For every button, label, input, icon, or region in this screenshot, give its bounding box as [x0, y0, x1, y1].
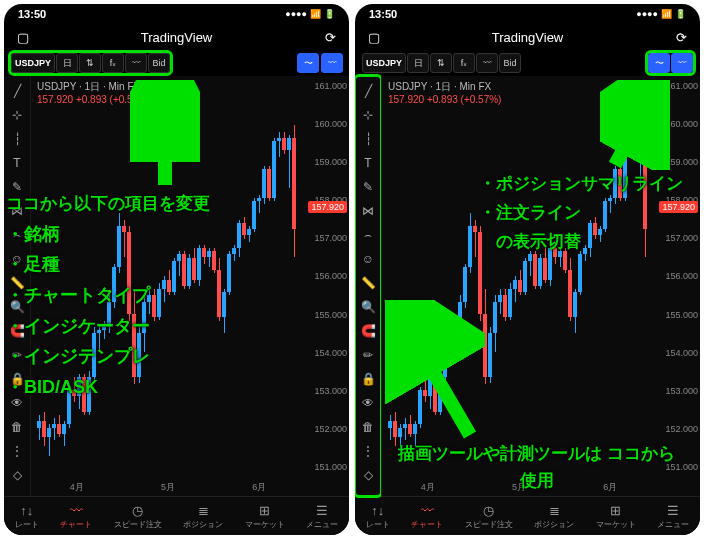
indicator-fx-button[interactable]: fₓ [102, 53, 124, 73]
y-tick: 153.000 [314, 387, 347, 396]
status-bar: 13:50 ●●●● 📶 🔋 [4, 4, 349, 24]
draw-tool-1[interactable]: ⊹ [359, 106, 377, 124]
draw-tool-3[interactable]: T [359, 154, 377, 172]
draw-tool-6[interactable]: ⌢ [8, 226, 26, 244]
tab-icon: ↑↓ [371, 504, 384, 517]
draw-tool-7[interactable]: ☺ [8, 250, 26, 268]
tab-icon: ◷ [483, 504, 494, 517]
y-tick: 153.000 [665, 387, 698, 396]
tab-スピード注文[interactable]: ◷スピード注文 [114, 504, 162, 530]
tab-メニュー[interactable]: ☰メニュー [306, 504, 338, 530]
y-tick: 157.000 [665, 234, 698, 243]
tab-レート[interactable]: ↑↓レート [15, 504, 39, 530]
y-tick: 155.000 [665, 311, 698, 320]
draw-tool-8[interactable]: 📏 [359, 274, 377, 292]
indicator-template-button[interactable]: 〰 [125, 53, 147, 73]
draw-tool-16[interactable]: ◇ [359, 466, 377, 484]
draw-tool-14[interactable]: 🗑 [359, 418, 377, 436]
tab-icon: ◷ [132, 504, 143, 517]
position-line-toggle[interactable]: 〜 [648, 53, 670, 73]
order-line-toggle[interactable]: 〰 [671, 53, 693, 73]
tab-icon: 〰 [421, 504, 434, 517]
draw-tool-12[interactable]: 🔒 [8, 370, 26, 388]
tab-チャート[interactable]: 〰チャート [60, 504, 92, 530]
draw-tool-16[interactable]: ◇ [8, 466, 26, 484]
y-axis: 161.000160.000159.000158.000157.000156.0… [305, 78, 347, 476]
y-tick: 155.000 [314, 311, 347, 320]
tab-メニュー[interactable]: ☰メニュー [657, 504, 689, 530]
draw-tool-10[interactable]: 🧲 [8, 322, 26, 340]
tab-チャート[interactable]: 〰チャート [411, 504, 443, 530]
y-tick: 157.000 [314, 234, 347, 243]
indicator-template-button[interactable]: 〰 [476, 53, 498, 73]
draw-tool-0[interactable]: ╱ [359, 82, 377, 100]
layout-icon[interactable]: ▢ [14, 28, 32, 46]
tab-label: スピード注文 [465, 519, 513, 530]
position-line-toggle[interactable]: 〜 [297, 53, 319, 73]
draw-tool-15[interactable]: ⋮ [8, 442, 26, 460]
chart-type-button[interactable]: ⇅ [79, 53, 101, 73]
draw-tool-9[interactable]: 🔍 [8, 298, 26, 316]
tab-レート[interactable]: ↑↓レート [366, 504, 390, 530]
chart-canvas[interactable]: USDJPY · 1日 · Min FX 157.920 +0.893 (+0.… [381, 76, 700, 496]
draw-tool-13[interactable]: 👁 [8, 394, 26, 412]
chart-canvas[interactable]: USDJPY · 1日 · Min FX 157.920 +0.893 (+0.… [30, 76, 349, 496]
draw-tool-1[interactable]: ⊹ [8, 106, 26, 124]
y-axis: 161.000160.000159.000158.000157.000156.0… [656, 78, 698, 476]
draw-tool-7[interactable]: ☺ [359, 250, 377, 268]
tab-ポジション[interactable]: ≣ポジション [183, 504, 223, 530]
refresh-icon[interactable]: ⟳ [672, 28, 690, 46]
timeframe-button[interactable]: 日 [407, 53, 429, 73]
draw-tool-0[interactable]: ╱ [8, 82, 26, 100]
draw-tool-6[interactable]: ⌢ [359, 226, 377, 244]
draw-tool-5[interactable]: ⋈ [8, 202, 26, 220]
tab-ポジション[interactable]: ≣ポジション [534, 504, 574, 530]
tab-label: ポジション [534, 519, 574, 530]
y-tick: 154.000 [314, 349, 347, 358]
y-tick: 161.000 [665, 82, 698, 91]
draw-tool-10[interactable]: 🧲 [359, 322, 377, 340]
draw-tool-9[interactable]: 🔍 [359, 298, 377, 316]
chart-type-button[interactable]: ⇅ [430, 53, 452, 73]
draw-tool-13[interactable]: 👁 [359, 394, 377, 412]
indicator-fx-button[interactable]: fₓ [453, 53, 475, 73]
timeframe-button[interactable]: 日 [56, 53, 78, 73]
draw-tool-3[interactable]: T [8, 154, 26, 172]
draw-tool-12[interactable]: 🔒 [359, 370, 377, 388]
bottom-nav: ↑↓レート〰チャート◷スピード注文≣ポジション⊞マーケット☰メニュー [4, 496, 349, 535]
draw-tool-11[interactable]: ✏ [8, 346, 26, 364]
draw-tool-2[interactable]: ┆ [8, 130, 26, 148]
x-tick: 4月 [70, 481, 84, 494]
draw-tool-2[interactable]: ┆ [359, 130, 377, 148]
refresh-icon[interactable]: ⟳ [321, 28, 339, 46]
tab-label: スピード注文 [114, 519, 162, 530]
bid-ask-button[interactable]: Bid [499, 53, 521, 73]
draw-tool-11[interactable]: ✏ [359, 346, 377, 364]
x-tick: 6月 [252, 481, 266, 494]
draw-tool-4[interactable]: ✎ [8, 178, 26, 196]
y-tick: 160.000 [665, 120, 698, 129]
app-title: TradingView [32, 30, 321, 45]
symbol-button[interactable]: USDJPY [11, 53, 55, 73]
tab-icon: ☰ [316, 504, 328, 517]
draw-tool-14[interactable]: 🗑 [8, 418, 26, 436]
x-tick: 6月 [603, 481, 617, 494]
bid-ask-button[interactable]: Bid [148, 53, 170, 73]
tab-マーケット[interactable]: ⊞マーケット [245, 504, 285, 530]
signal-icon: ●●●● [636, 9, 658, 19]
last-price-tag: 157.920 [659, 201, 698, 213]
draw-tool-15[interactable]: ⋮ [359, 442, 377, 460]
y-tick: 156.000 [665, 272, 698, 281]
y-tick: 159.000 [314, 158, 347, 167]
symbol-button[interactable]: USDJPY [362, 53, 406, 73]
draw-tool-5[interactable]: ⋈ [359, 202, 377, 220]
layout-icon[interactable]: ▢ [365, 28, 383, 46]
draw-tool-8[interactable]: 📏 [8, 274, 26, 292]
order-line-toggle[interactable]: 〰 [321, 53, 343, 73]
draw-tool-4[interactable]: ✎ [359, 178, 377, 196]
tab-スピード注文[interactable]: ◷スピード注文 [465, 504, 513, 530]
candles [388, 100, 652, 478]
tab-マーケット[interactable]: ⊞マーケット [596, 504, 636, 530]
wifi-icon: 📶 [661, 9, 672, 19]
status-bar: 13:50 ●●●● 📶 🔋 [355, 4, 700, 24]
